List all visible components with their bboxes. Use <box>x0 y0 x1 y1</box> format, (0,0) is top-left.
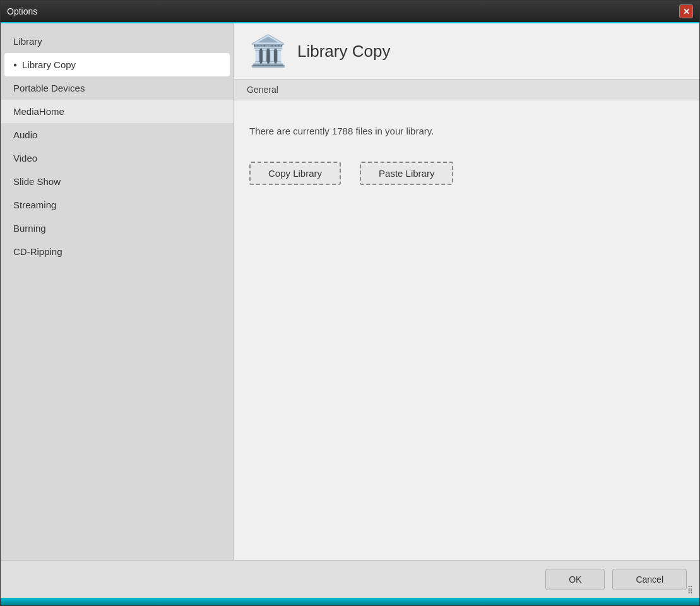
content-header: 🏛️ Library Copy <box>234 23 699 79</box>
ok-button[interactable]: OK <box>545 569 605 590</box>
sidebar-item-label-audio: Audio <box>13 129 37 140</box>
sidebar-item-audio[interactable]: Audio <box>1 123 234 146</box>
sidebar-item-slide-show[interactable]: Slide Show <box>1 170 234 193</box>
sidebar-item-label-video: Video <box>13 153 37 163</box>
content-body: There are currently 1788 files in your l… <box>234 100 699 560</box>
sidebar-item-cd-ripping[interactable]: CD-Ripping <box>1 240 234 263</box>
main-content: Library Library Copy Portable Devices Me… <box>1 23 699 560</box>
sidebar-item-label-library-copy: Library Copy <box>22 59 76 70</box>
sidebar-item-mediahome[interactable]: MediaHome <box>1 100 234 123</box>
sidebar-item-label-portable-devices: Portable Devices <box>13 83 85 93</box>
title-bar: Options ✕ <box>1 1 699 23</box>
sidebar-item-label-mediahome: MediaHome <box>13 106 64 117</box>
cancel-button[interactable]: Cancel <box>612 569 687 590</box>
sidebar-item-video[interactable]: Video <box>1 146 234 170</box>
general-tab[interactable]: General <box>234 79 699 100</box>
close-button[interactable]: ✕ <box>679 4 693 18</box>
sidebar-item-streaming[interactable]: Streaming <box>1 193 234 217</box>
window-title: Options <box>7 6 37 16</box>
footer-wrapper: OK Cancel ⣿ <box>1 560 699 605</box>
paste-library-button[interactable]: Paste Library <box>360 162 453 185</box>
sidebar: Library Library Copy Portable Devices Me… <box>1 23 234 560</box>
sidebar-item-burning[interactable]: Burning <box>1 217 234 240</box>
sidebar-item-label-streaming: Streaming <box>13 199 56 210</box>
content-title: Library Copy <box>297 42 390 61</box>
sidebar-item-label-cd-ripping: CD-Ripping <box>13 246 62 257</box>
footer: OK Cancel ⣿ <box>1 560 699 598</box>
library-buttons-row: Copy Library Paste Library <box>249 162 684 185</box>
sidebar-item-label-library: Library <box>13 36 42 47</box>
library-icon: 🏛️ <box>249 36 287 66</box>
resize-handle-icon: ⣿ <box>687 585 693 594</box>
library-info-text: There are currently 1788 files in your l… <box>249 126 684 136</box>
sidebar-item-portable-devices[interactable]: Portable Devices <box>1 76 234 100</box>
sidebar-item-label-slide-show: Slide Show <box>13 176 61 187</box>
sidebar-item-library-copy[interactable]: Library Copy <box>4 53 230 76</box>
general-tab-label: General <box>247 85 278 95</box>
content-panel: 🏛️ Library Copy General There are curren… <box>234 23 699 560</box>
options-window: Options ✕ Library Library Copy Portable … <box>0 0 700 606</box>
copy-library-button[interactable]: Copy Library <box>249 162 341 185</box>
sidebar-item-library[interactable]: Library <box>1 30 234 53</box>
bottom-bar <box>1 598 699 605</box>
sidebar-item-label-burning: Burning <box>13 223 46 234</box>
